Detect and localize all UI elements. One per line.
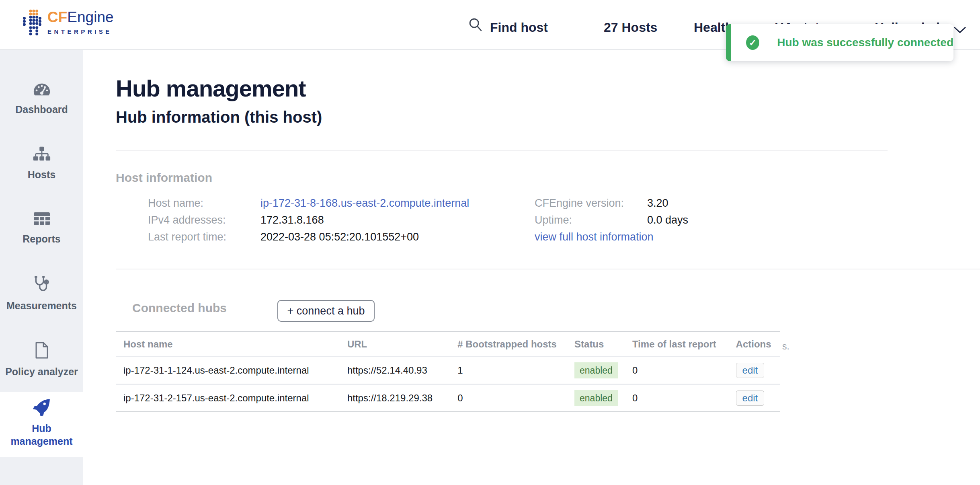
last-report-value: 2022-03-28 05:52:20.101552+00: [260, 230, 419, 244]
uptime-label: Uptime:: [535, 213, 572, 227]
sidebar-item-measurements[interactable]: Measurements: [0, 275, 83, 312]
sidebar-label: Hosts: [0, 168, 83, 181]
sidebar-item-hub-management[interactable]: Hub management: [0, 392, 83, 457]
sidebar-label: Hub management: [0, 422, 83, 448]
page-title: Hub management: [116, 76, 306, 101]
connect-hub-button[interactable]: + connect a hub: [277, 300, 375, 322]
sidebar-item-dashboard[interactable]: Dashboard: [0, 81, 83, 116]
table-row: ip-172-31-2-157.us-east-2.compute.intern…: [116, 384, 780, 412]
view-full-host-link[interactable]: view full host information: [535, 230, 654, 244]
file-icon: [0, 341, 83, 361]
cell-time-of-last-report: 0: [625, 357, 729, 384]
col-actions: Actions: [729, 332, 780, 357]
divider: [116, 269, 980, 269]
col-bootstrapped: # Bootstrapped hosts: [450, 332, 567, 357]
logo-engine: Engine: [67, 9, 113, 25]
cell-url: https://18.219.29.38: [340, 384, 450, 412]
search-icon: [467, 17, 484, 38]
sidebar-label: Dashboard: [0, 103, 83, 116]
cfengine-logo[interactable]: CFEngine ENTERPRISE: [23, 9, 114, 40]
cell-host: ip-172-31-2-157.us-east-2.compute.intern…: [116, 384, 340, 412]
gauge-icon: [0, 81, 83, 99]
version-label: CFEngine version:: [535, 196, 624, 210]
rocket-icon: [0, 398, 83, 418]
col-host-name: Host name: [116, 332, 340, 357]
nav-hosts-count[interactable]: 27 Hosts: [604, 18, 657, 37]
logo-enterprise: ENTERPRISE: [47, 28, 114, 35]
status-badge: enabled: [574, 362, 618, 378]
last-report-label: Last report time:: [148, 230, 226, 244]
sidebar-label: Measurements: [0, 299, 83, 312]
table-row: ip-172-31-1-124.us-east-2.compute.intern…: [116, 357, 780, 384]
cell-time-of-last-report: 0: [625, 384, 729, 412]
stray-text-artifact: s.: [782, 341, 789, 352]
host-information-heading: Host information: [116, 171, 212, 185]
connected-hubs-table: Host name URL # Bootstrapped hosts Statu…: [116, 331, 780, 412]
sidebar-label: Policy analyzer: [0, 365, 83, 378]
col-time-of-last-report: Time of last report: [625, 332, 729, 357]
ipv4-label: IPv4 addresses:: [148, 213, 226, 227]
table-icon: [0, 211, 83, 228]
sidebar-label: Reports: [0, 232, 83, 245]
sidebar-item-reports[interactable]: Reports: [0, 211, 83, 245]
success-toast[interactable]: ✓ Hub was successfully connected: [726, 24, 953, 61]
edit-button[interactable]: edit: [736, 390, 765, 406]
logo-cf: CF: [47, 9, 67, 25]
table-header-row: Host name URL # Bootstrapped hosts Statu…: [116, 332, 780, 357]
check-circle-icon: ✓: [746, 35, 759, 50]
stethoscope-icon: [0, 275, 83, 295]
sidebar: Dashboard Hosts Reports: [0, 50, 83, 485]
cell-host: ip-172-31-1-124.us-east-2.compute.intern…: [116, 357, 340, 384]
ipv4-value: 172.31.8.168: [260, 213, 324, 227]
uptime-value: 0.0 days: [647, 213, 688, 227]
toast-accent-bar: [726, 24, 731, 61]
host-name-label: Host name:: [148, 196, 203, 210]
sitemap-icon: [0, 146, 83, 164]
edit-button[interactable]: edit: [736, 363, 765, 378]
sidebar-item-policy-analyzer[interactable]: Policy analyzer: [0, 341, 83, 378]
cfengine-dot-matrix-icon: [23, 9, 42, 40]
toast-message: Hub was successfully connected: [777, 36, 953, 49]
cell-bootstrapped: 0: [450, 384, 567, 412]
cell-url: https://52.14.40.93: [340, 357, 450, 384]
page-subtitle: Hub information (this host): [116, 108, 322, 126]
page: CFEngine ENTERPRISE Find host 27 Hosts H…: [0, 0, 980, 485]
cell-bootstrapped: 1: [450, 357, 567, 384]
find-host-search[interactable]: Find host: [467, 18, 548, 37]
find-host-label: Find host: [490, 18, 548, 37]
version-value: 3.20: [647, 196, 668, 210]
col-url: URL: [340, 332, 450, 357]
divider: [116, 150, 888, 151]
chevron-down-icon[interactable]: [953, 26, 966, 36]
status-badge: enabled: [574, 390, 618, 406]
connected-hubs-heading: Connected hubs: [132, 301, 227, 315]
col-status: Status: [567, 332, 625, 357]
sidebar-item-hosts[interactable]: Hosts: [0, 146, 83, 181]
host-name-link[interactable]: ip-172-31-8-168.us-east-2.compute.intern…: [260, 196, 469, 210]
